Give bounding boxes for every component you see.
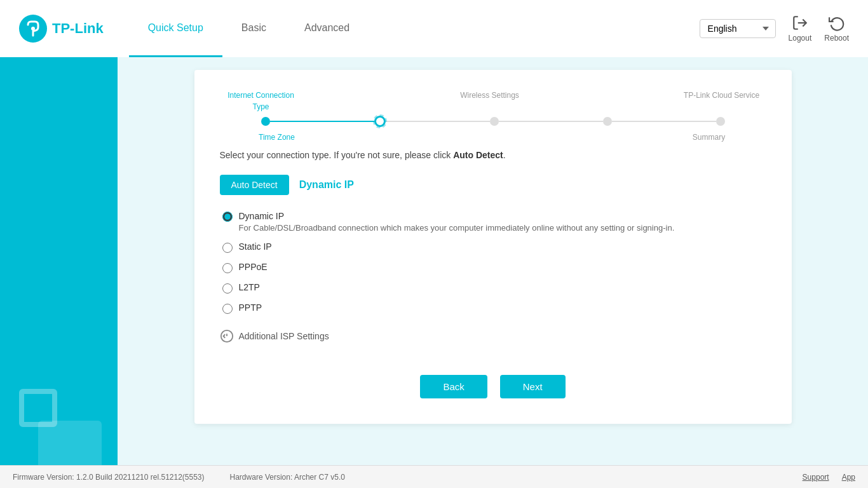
radio-item-pppoe[interactable]: PPPoE bbox=[222, 262, 766, 273]
reboot-label: Reboot bbox=[824, 34, 849, 43]
radio-pppoe[interactable] bbox=[222, 263, 233, 273]
radio-pptp[interactable] bbox=[222, 304, 233, 314]
bg-decoration bbox=[0, 57, 118, 465]
support-link[interactable]: Support bbox=[803, 473, 829, 482]
logout-icon bbox=[792, 15, 808, 31]
detect-area: Auto Detect Dynamic IP bbox=[220, 175, 766, 195]
radio-item-pptp[interactable]: PPTP bbox=[222, 302, 766, 314]
back-button[interactable]: Back bbox=[420, 375, 487, 398]
logo-text: TP-Link bbox=[52, 20, 104, 37]
connection-type-radio-group: Dynamic IP For Cable/DSL/Broadband conne… bbox=[220, 210, 766, 314]
logout-button[interactable]: Logout bbox=[789, 15, 812, 43]
instruction-text: Select your connection type. If you're n… bbox=[220, 149, 766, 162]
radio-label-pppoe: PPPoE bbox=[239, 262, 268, 272]
tab-basic[interactable]: Basic bbox=[222, 0, 285, 57]
nav-tabs: Quick Setup Basic Advanced bbox=[129, 0, 700, 57]
app-link[interactable]: App bbox=[842, 473, 855, 482]
step-line-34 bbox=[612, 121, 716, 122]
main-content: Internet Connection Type Wireless Settin… bbox=[118, 57, 868, 465]
header: TP-Link Quick Setup Basic Advanced Engli… bbox=[0, 0, 868, 57]
step-label-summary: Summary bbox=[693, 133, 725, 142]
step-line-12 bbox=[386, 121, 490, 122]
step-dot-4 bbox=[716, 117, 725, 126]
btn-row: Back Next bbox=[220, 375, 766, 398]
radio-static-ip[interactable] bbox=[222, 243, 233, 253]
progress-steps: Internet Connection Type Wireless Settin… bbox=[220, 89, 766, 142]
logout-label: Logout bbox=[789, 34, 812, 43]
header-right: English Chinese French German Spanish Lo… bbox=[700, 15, 849, 43]
footer-links: Support App bbox=[803, 473, 855, 482]
radio-label-l2tp: L2TP bbox=[239, 282, 260, 292]
isp-settings-label: Additional ISP Settings bbox=[239, 331, 329, 341]
logo-area: TP-Link bbox=[19, 15, 104, 43]
step-label-internet: Internet Connection Type bbox=[227, 91, 294, 111]
radio-label-static-ip: Static IP bbox=[239, 241, 272, 252]
bg-deco-rect bbox=[38, 421, 102, 465]
tab-advanced[interactable]: Advanced bbox=[285, 0, 369, 57]
footer: Firmware Version: 1.2.0 Build 20211210 r… bbox=[0, 465, 868, 488]
radio-l2tp[interactable] bbox=[222, 283, 233, 294]
svg-point-1 bbox=[31, 27, 35, 30]
hardware-version: Hardware Version: Archer C7 v5.0 bbox=[230, 473, 345, 482]
reboot-icon bbox=[829, 15, 845, 31]
isp-settings-toggle[interactable]: Additional ISP Settings bbox=[220, 329, 766, 343]
radio-item-dynamic-ip[interactable]: Dynamic IP For Cable/DSL/Broadband conne… bbox=[222, 210, 766, 233]
step-line-23 bbox=[499, 121, 603, 122]
next-button[interactable]: Next bbox=[500, 375, 566, 398]
reboot-button[interactable]: Reboot bbox=[824, 15, 849, 43]
step-label-tpcloud: TP-Link Cloud Service bbox=[684, 91, 759, 100]
step-dot-1 bbox=[374, 116, 386, 127]
step-line-01 bbox=[270, 121, 374, 122]
detected-type-label: Dynamic IP bbox=[299, 179, 354, 191]
isp-settings-icon bbox=[220, 329, 234, 343]
tplink-logo-icon bbox=[19, 15, 47, 43]
language-select[interactable]: English Chinese French German Spanish bbox=[700, 19, 776, 38]
radio-item-l2tp[interactable]: L2TP bbox=[222, 282, 766, 294]
step-dot-2 bbox=[490, 117, 499, 126]
radio-desc-dynamic-ip: For Cable/DSL/Broadband connection which… bbox=[239, 223, 675, 233]
firmware-version: Firmware Version: 1.2.0 Build 20211210 r… bbox=[13, 473, 205, 482]
radio-label-pptp: PPTP bbox=[239, 302, 262, 313]
tab-quick-setup[interactable]: Quick Setup bbox=[129, 0, 222, 57]
step-label-timezone: Time Zone bbox=[259, 133, 295, 142]
step-dot-0 bbox=[261, 117, 270, 126]
radio-item-static-ip[interactable]: Static IP bbox=[222, 241, 766, 253]
content-card: Internet Connection Type Wireless Settin… bbox=[194, 70, 792, 424]
step-dot-3 bbox=[603, 117, 612, 126]
step-label-wireless: Wireless Settings bbox=[460, 91, 519, 100]
auto-detect-button[interactable]: Auto Detect bbox=[220, 175, 289, 195]
radio-dynamic-ip[interactable] bbox=[222, 212, 233, 222]
radio-label-dynamic-ip: Dynamic IP bbox=[239, 211, 285, 221]
